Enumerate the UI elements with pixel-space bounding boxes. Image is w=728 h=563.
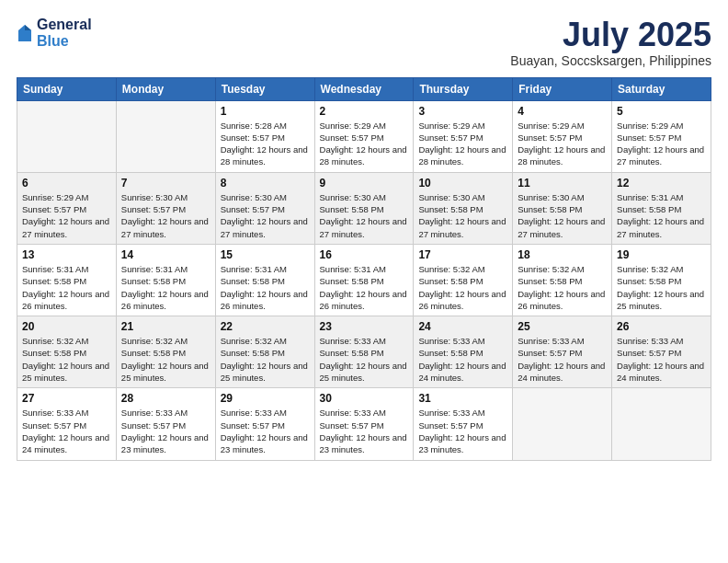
day-info: Sunrise: 5:33 AM Sunset: 5:58 PM Dayligh…	[418, 335, 507, 384]
day-number: 19	[617, 248, 706, 261]
svg-marker-1	[25, 25, 31, 30]
calendar-week-row: 27Sunrise: 5:33 AM Sunset: 5:57 PM Dayli…	[17, 388, 711, 460]
day-number: 8	[221, 177, 310, 190]
calendar-day-cell	[612, 388, 711, 460]
calendar: SundayMondayTuesdayWednesdayThursdayFrid…	[17, 77, 711, 461]
day-number: 29	[221, 392, 310, 405]
day-info: Sunrise: 5:30 AM Sunset: 5:57 PM Dayligh…	[221, 191, 310, 240]
calendar-day-cell: 29Sunrise: 5:33 AM Sunset: 5:57 PM Dayli…	[215, 388, 314, 460]
calendar-week-row: 1Sunrise: 5:28 AM Sunset: 5:57 PM Daylig…	[17, 100, 711, 172]
day-number: 21	[121, 320, 210, 333]
day-info: Sunrise: 5:31 AM Sunset: 5:58 PM Dayligh…	[320, 263, 409, 312]
day-number: 11	[518, 177, 607, 190]
day-number: 3	[418, 105, 507, 118]
calendar-day-cell	[17, 100, 117, 172]
day-number: 16	[320, 248, 409, 261]
day-number: 2	[320, 105, 409, 118]
header: General Blue July 2025 Buayan, Soccsksar…	[17, 17, 711, 68]
calendar-day-cell: 10Sunrise: 5:30 AM Sunset: 5:58 PM Dayli…	[414, 172, 513, 244]
day-info: Sunrise: 5:33 AM Sunset: 5:57 PM Dayligh…	[617, 335, 706, 384]
logo-general: General	[37, 17, 92, 33]
logo: General Blue	[17, 17, 92, 49]
day-number: 28	[121, 392, 210, 405]
day-number: 4	[518, 105, 607, 118]
calendar-day-cell: 15Sunrise: 5:31 AM Sunset: 5:58 PM Dayli…	[215, 244, 314, 316]
day-info: Sunrise: 5:30 AM Sunset: 5:58 PM Dayligh…	[518, 191, 607, 240]
location: Buayan, Soccsksargen, Philippines	[510, 53, 711, 68]
calendar-day-cell	[116, 100, 215, 172]
day-number: 5	[617, 105, 706, 118]
calendar-day-cell: 4Sunrise: 5:29 AM Sunset: 5:57 PM Daylig…	[513, 100, 612, 172]
day-info: Sunrise: 5:33 AM Sunset: 5:57 PM Dayligh…	[221, 407, 310, 455]
weekday-header-cell: Thursday	[414, 77, 513, 100]
calendar-day-cell: 20Sunrise: 5:32 AM Sunset: 5:58 PM Dayli…	[17, 316, 117, 388]
weekday-header-cell: Tuesday	[215, 77, 314, 100]
day-number: 14	[121, 248, 210, 261]
day-number: 26	[617, 320, 706, 333]
day-info: Sunrise: 5:31 AM Sunset: 5:58 PM Dayligh…	[22, 263, 111, 312]
day-info: Sunrise: 5:33 AM Sunset: 5:57 PM Dayligh…	[320, 407, 409, 455]
calendar-day-cell: 13Sunrise: 5:31 AM Sunset: 5:58 PM Dayli…	[17, 244, 117, 316]
calendar-day-cell: 27Sunrise: 5:33 AM Sunset: 5:57 PM Dayli…	[17, 388, 117, 460]
day-info: Sunrise: 5:33 AM Sunset: 5:58 PM Dayligh…	[320, 335, 409, 384]
day-info: Sunrise: 5:32 AM Sunset: 5:58 PM Dayligh…	[221, 335, 310, 384]
calendar-day-cell: 5Sunrise: 5:29 AM Sunset: 5:57 PM Daylig…	[612, 100, 711, 172]
day-number: 31	[418, 392, 507, 405]
calendar-day-cell: 6Sunrise: 5:29 AM Sunset: 5:57 PM Daylig…	[17, 172, 117, 244]
day-info: Sunrise: 5:29 AM Sunset: 5:57 PM Dayligh…	[617, 120, 706, 168]
weekday-header-cell: Monday	[116, 77, 215, 100]
calendar-day-cell: 23Sunrise: 5:33 AM Sunset: 5:58 PM Dayli…	[314, 316, 414, 388]
calendar-day-cell: 30Sunrise: 5:33 AM Sunset: 5:57 PM Dayli…	[314, 388, 414, 460]
logo-blue: Blue	[37, 33, 92, 50]
month-title: July 2025	[510, 17, 711, 53]
weekday-header-cell: Wednesday	[314, 77, 414, 100]
weekday-header-cell: Saturday	[612, 77, 711, 100]
day-info: Sunrise: 5:31 AM Sunset: 5:58 PM Dayligh…	[121, 263, 210, 312]
calendar-day-cell: 7Sunrise: 5:30 AM Sunset: 5:57 PM Daylig…	[116, 172, 215, 244]
day-info: Sunrise: 5:32 AM Sunset: 5:58 PM Dayligh…	[418, 263, 507, 312]
day-number: 13	[22, 248, 111, 261]
day-number: 18	[518, 248, 607, 261]
calendar-day-cell: 12Sunrise: 5:31 AM Sunset: 5:58 PM Dayli…	[612, 172, 711, 244]
day-info: Sunrise: 5:33 AM Sunset: 5:57 PM Dayligh…	[121, 407, 210, 455]
title-block: July 2025 Buayan, Soccsksargen, Philippi…	[510, 17, 711, 68]
day-number: 15	[221, 248, 310, 261]
calendar-day-cell: 26Sunrise: 5:33 AM Sunset: 5:57 PM Dayli…	[612, 316, 711, 388]
day-number: 30	[320, 392, 409, 405]
day-info: Sunrise: 5:33 AM Sunset: 5:57 PM Dayligh…	[418, 407, 507, 455]
calendar-day-cell: 1Sunrise: 5:28 AM Sunset: 5:57 PM Daylig…	[215, 100, 314, 172]
calendar-week-row: 13Sunrise: 5:31 AM Sunset: 5:58 PM Dayli…	[17, 244, 711, 316]
calendar-day-cell: 22Sunrise: 5:32 AM Sunset: 5:58 PM Dayli…	[215, 316, 314, 388]
day-info: Sunrise: 5:32 AM Sunset: 5:58 PM Dayligh…	[617, 263, 706, 312]
day-number: 25	[518, 320, 607, 333]
calendar-day-cell: 25Sunrise: 5:33 AM Sunset: 5:57 PM Dayli…	[513, 316, 612, 388]
calendar-day-cell: 24Sunrise: 5:33 AM Sunset: 5:58 PM Dayli…	[414, 316, 513, 388]
calendar-day-cell: 9Sunrise: 5:30 AM Sunset: 5:58 PM Daylig…	[314, 172, 414, 244]
day-info: Sunrise: 5:31 AM Sunset: 5:58 PM Dayligh…	[221, 263, 310, 312]
calendar-day-cell: 2Sunrise: 5:29 AM Sunset: 5:57 PM Daylig…	[314, 100, 414, 172]
day-number: 17	[418, 248, 507, 261]
day-number: 27	[22, 392, 111, 405]
day-number: 22	[221, 320, 310, 333]
day-info: Sunrise: 5:30 AM Sunset: 5:58 PM Dayligh…	[320, 191, 409, 240]
day-info: Sunrise: 5:32 AM Sunset: 5:58 PM Dayligh…	[22, 335, 111, 384]
day-info: Sunrise: 5:31 AM Sunset: 5:58 PM Dayligh…	[617, 191, 706, 240]
calendar-day-cell: 19Sunrise: 5:32 AM Sunset: 5:58 PM Dayli…	[612, 244, 711, 316]
day-number: 24	[418, 320, 507, 333]
day-info: Sunrise: 5:33 AM Sunset: 5:57 PM Dayligh…	[518, 335, 607, 384]
day-number: 7	[121, 177, 210, 190]
day-info: Sunrise: 5:29 AM Sunset: 5:57 PM Dayligh…	[418, 120, 507, 168]
calendar-day-cell	[513, 388, 612, 460]
calendar-day-cell: 18Sunrise: 5:32 AM Sunset: 5:58 PM Dayli…	[513, 244, 612, 316]
logo-icon	[17, 23, 33, 43]
weekday-header-row: SundayMondayTuesdayWednesdayThursdayFrid…	[17, 77, 711, 100]
calendar-day-cell: 21Sunrise: 5:32 AM Sunset: 5:58 PM Dayli…	[116, 316, 215, 388]
weekday-header-cell: Friday	[513, 77, 612, 100]
day-number: 9	[320, 177, 409, 190]
day-info: Sunrise: 5:28 AM Sunset: 5:57 PM Dayligh…	[221, 120, 310, 168]
calendar-week-row: 20Sunrise: 5:32 AM Sunset: 5:58 PM Dayli…	[17, 316, 711, 388]
day-info: Sunrise: 5:29 AM Sunset: 5:57 PM Dayligh…	[320, 120, 409, 168]
calendar-day-cell: 11Sunrise: 5:30 AM Sunset: 5:58 PM Dayli…	[513, 172, 612, 244]
day-number: 10	[418, 177, 507, 190]
day-info: Sunrise: 5:29 AM Sunset: 5:57 PM Dayligh…	[22, 191, 111, 240]
